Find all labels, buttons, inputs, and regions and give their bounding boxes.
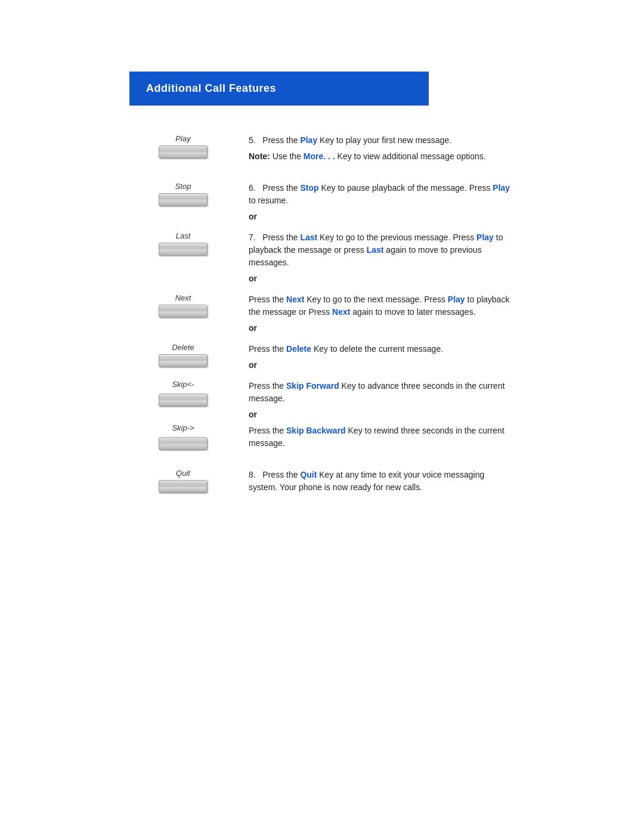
step-5-num: 5.: [249, 135, 260, 145]
or-after-7: or: [249, 272, 515, 285]
step-8-quit: Quit: [300, 470, 317, 479]
step-skipbwd-prefix: Press the: [249, 426, 286, 435]
step-5-note: Note: Use the More. . . Key to view addi…: [249, 150, 515, 163]
step-6-row: Stop 6. Press the Stop Key to pause play…: [129, 177, 515, 227]
note-end: Key to view additional message options.: [335, 151, 486, 161]
step-8-prefix: Press the: [262, 470, 300, 479]
step-7-last: Last: [300, 233, 317, 242]
step-8-text: 8. Press the Quit Key at any time to exi…: [237, 464, 515, 497]
step-8-row: Quit 8. Press the Quit Key at any time t…: [129, 464, 515, 497]
next-key-label: Next: [175, 293, 191, 302]
or-after-6: or: [249, 210, 515, 223]
step-skipfwd-prefix: Press the: [249, 381, 286, 391]
step-7-mid1: Key to go to the previous message. Press: [317, 233, 476, 242]
step-6-num: 6.: [249, 183, 260, 193]
skip-backward-key-label: Skip->: [172, 423, 194, 432]
next-button-graphic: [159, 305, 208, 318]
or-after-next: or: [249, 322, 515, 335]
step-6-mid2: to resume.: [249, 196, 288, 205]
step-6-text: 6. Press the Stop Key to pause playback …: [237, 177, 515, 227]
step-5-prefix: Press the: [262, 135, 300, 145]
skip-button-col: Skip<- Skip->: [129, 375, 237, 450]
step-skipbwd-name: Skip Backward: [286, 426, 346, 435]
skip-forward-group: Skip<-: [159, 380, 208, 407]
step-next-text: Press the Next Key to go to the next mes…: [237, 289, 515, 338]
skip-backward-button-graphic: [159, 437, 208, 450]
note-more: More. . .: [304, 151, 335, 161]
or-after-delete: or: [249, 359, 515, 371]
step-next-mid1: Key to go to the next message. Press: [304, 295, 447, 304]
stop-button-col: Stop: [129, 177, 237, 206]
step-next-next: Next: [286, 295, 304, 304]
last-key-label: Last: [176, 231, 191, 240]
note-mid: Use the: [270, 151, 304, 161]
skip-forward-button-graphic: [159, 394, 208, 407]
step-7-last2: Last: [367, 245, 384, 255]
step-5-text: 5. Press the Play Key to play your first…: [237, 129, 515, 166]
skip-forward-key-label: Skip<-: [172, 380, 194, 389]
step-5-mid: Key to play your first new message.: [317, 135, 451, 145]
step-next-mid3: again to move to later messages.: [350, 307, 475, 317]
quit-button-graphic: [159, 480, 208, 493]
step-6-play: Play: [493, 183, 510, 193]
quit-button-col: Quit: [129, 464, 237, 493]
step-next-row: Next Press the Next Key to go to the nex…: [129, 289, 515, 338]
step-skip-text: Press the Skip Forward Key to advance th…: [237, 375, 515, 453]
last-button-col: Last: [129, 227, 237, 256]
step-delete-row: Delete Press the Delete Key to delete th…: [129, 338, 515, 375]
header-banner: Additional Call Features: [129, 72, 429, 106]
step-7-play: Play: [476, 233, 494, 242]
play-button-col: Play: [129, 129, 237, 159]
step-next-para: Press the Next Key to go to the next mes…: [249, 293, 515, 318]
page-title: Additional Call Features: [146, 82, 276, 94]
step-6-mid1: Key to pause playback of the message. Pr…: [319, 183, 493, 193]
step-8-para: 8. Press the Quit Key at any time to exi…: [249, 469, 515, 494]
last-button-graphic: [159, 243, 208, 256]
step-skip-row: Skip<- Skip-> Press the Skip Forward Key…: [129, 375, 515, 453]
step-5-play: Play: [300, 135, 317, 145]
play-key-label: Play: [175, 134, 190, 143]
step-delete-mid1: Key to delete the current message.: [311, 344, 443, 354]
stop-button-graphic: [159, 193, 208, 206]
next-button-col: Next: [129, 289, 237, 318]
step-delete-del: Delete: [286, 344, 311, 354]
step-7-text: 7. Press the Last Key to go to the previ…: [237, 227, 515, 289]
note-bold: Note:: [249, 151, 270, 161]
step-6-para: 6. Press the Stop Key to pause playback …: [249, 182, 515, 207]
step-next-play: Play: [448, 295, 465, 304]
step-delete-para: Press the Delete Key to delete the curre…: [249, 343, 515, 355]
step-7-para: 7. Press the Last Key to go to the previ…: [249, 231, 515, 269]
step-skipbwd-para: Press the Skip Backward Key to rewind th…: [249, 425, 515, 450]
step-6-stop: Stop: [300, 183, 318, 193]
step-delete-prefix: Press the: [249, 344, 286, 354]
stop-key-label: Stop: [175, 182, 191, 191]
skip-backward-group: Skip->: [159, 423, 208, 450]
delete-button-graphic: [159, 354, 208, 367]
step-next-prefix: Press the: [249, 295, 286, 304]
content-area: Play 5. Press the Play Key to play your …: [129, 129, 515, 497]
step-8-num: 8.: [249, 470, 260, 479]
page-container: Additional Call Features Play 5. Press t…: [0, 72, 644, 833]
play-button-graphic: [159, 145, 208, 159]
step-6-prefix: Press the: [262, 183, 300, 193]
delete-button-col: Delete: [129, 338, 237, 367]
step-7-prefix: Press the: [262, 233, 300, 242]
step-skipfwd-name: Skip Forward: [286, 381, 339, 391]
step-delete-text: Press the Delete Key to delete the curre…: [237, 338, 515, 375]
or-after-skipfwd: or: [249, 408, 515, 421]
step-7-row: Last 7. Press the Last Key to go to the …: [129, 227, 515, 289]
step-7-num: 7.: [249, 233, 260, 242]
step-skipfwd-para: Press the Skip Forward Key to advance th…: [249, 380, 515, 405]
quit-key-label: Quit: [176, 469, 190, 478]
step-5-row: Play 5. Press the Play Key to play your …: [129, 129, 515, 166]
step-5-para: 5. Press the Play Key to play your first…: [249, 134, 515, 147]
step-next-next2: Next: [332, 307, 350, 317]
delete-key-label: Delete: [172, 343, 194, 352]
